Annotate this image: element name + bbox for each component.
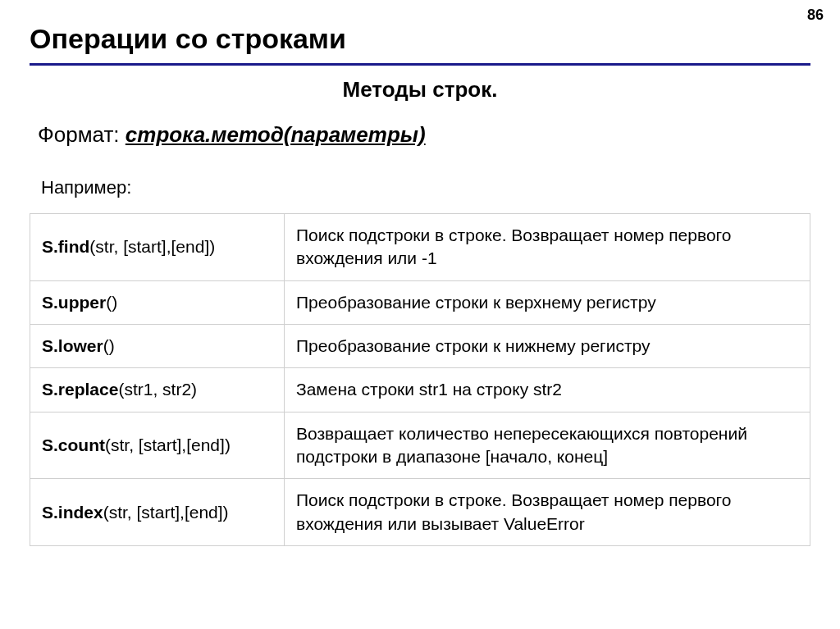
slide-content: Операции со строками Методы строк. Форма… [0, 0, 840, 563]
method-cell: S.find(str, [start],[end]) [30, 214, 285, 281]
methods-table: S.find(str, [start],[end]) Поиск подстро… [30, 213, 810, 546]
format-label: Формат: [38, 122, 126, 147]
example-label: Например: [41, 177, 810, 198]
table-row: S.index(str, [start],[end]) Поиск подстр… [30, 479, 810, 546]
desc-cell: Преобразование строки к нижнему регистру [285, 325, 810, 368]
method-cell: S.count(str, [start],[end]) [30, 412, 285, 479]
method-cell: S.index(str, [start],[end]) [30, 479, 285, 546]
desc-cell: Поиск подстроки в строке. Возвращает ном… [285, 479, 810, 546]
table-row: S.replace(str1, str2) Замена строки str1… [30, 368, 810, 412]
page-number: 86 [807, 7, 824, 24]
desc-cell: Замена строки str1 на строку str2 [285, 368, 810, 412]
method-cell: S.replace(str1, str2) [30, 368, 285, 412]
desc-cell: Возвращает количество непересекающихся п… [285, 412, 810, 479]
desc-cell: Поиск подстроки в строке. Возвращает ном… [285, 214, 810, 281]
table-row: S.upper() Преобразование строки к верхне… [30, 280, 810, 324]
table-row: S.find(str, [start],[end]) Поиск подстро… [30, 214, 810, 281]
slide-subtitle: Методы строк. [30, 77, 810, 103]
method-cell: S.upper() [30, 280, 285, 324]
table-row: S.lower() Преобразование строки к нижнем… [30, 325, 810, 368]
slide-title: Операции со строками [30, 23, 810, 66]
format-line: Формат: строка.метод(параметры) [38, 122, 810, 148]
table-row: S.count(str, [start],[end]) Возвращает к… [30, 412, 810, 479]
format-value: строка.метод(параметры) [126, 122, 426, 147]
method-cell: S.lower() [30, 325, 285, 368]
desc-cell: Преобразование строки к верхнему регистр… [285, 280, 810, 324]
